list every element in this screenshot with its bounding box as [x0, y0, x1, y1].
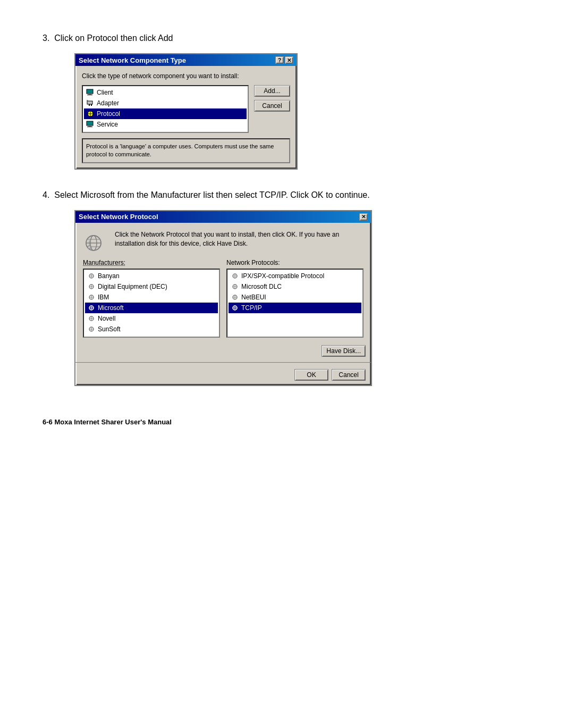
have-disk-row: Have Disk... [75, 343, 371, 359]
dec-icon [87, 282, 96, 291]
cancel-button-1[interactable]: Cancel [254, 100, 290, 112]
protocol-tcpip[interactable]: TCP/IP [229, 303, 361, 313]
netbeui-icon [231, 293, 239, 302]
svg-rect-6 [87, 100, 88, 101]
dialog1-title: Select Network Component Type [79, 56, 186, 64]
footer-text: 6-6 Moxa Internet Sharer User's Manual [43, 418, 172, 426]
msdlc-icon [231, 282, 239, 291]
manufacturer-novell[interactable]: Novell [85, 313, 218, 324]
have-disk-button[interactable]: Have Disk... [322, 345, 366, 357]
protocol-icon-area [83, 230, 108, 254]
step4: 4. Select Microsoft from the Manufacture… [43, 189, 531, 386]
two-col-lists: Manufacturers: Banyan [83, 259, 364, 338]
banyan-icon [87, 272, 96, 280]
protocols-list[interactable]: IPX/SPX-compatible Protocol Microsoft DL… [226, 269, 364, 338]
protocol-label: Protocol [97, 110, 120, 118]
network-icon [83, 232, 104, 254]
dialog1-title-bar: Select Network Component Type ? ✕ [75, 54, 297, 66]
protocol-icon [86, 110, 95, 118]
client-label: Client [97, 89, 113, 96]
adapter-label: Adapter [97, 99, 119, 107]
protocol-header: Click the Network Protocol that you want… [83, 230, 364, 254]
ibm-icon [87, 293, 96, 302]
dialog2-title-buttons: ✕ [359, 213, 368, 221]
dialog1-buttons: Add... Cancel [254, 85, 290, 133]
dialog-select-network-protocol: Select Network Protocol ✕ [74, 210, 372, 386]
list-item-client[interactable]: Client [84, 87, 247, 98]
list-item-service[interactable]: Service [84, 119, 247, 130]
svg-rect-4 [89, 104, 90, 106]
ok-button[interactable]: OK [294, 369, 328, 381]
svg-rect-2 [87, 95, 92, 95]
tcpip-icon [231, 304, 239, 312]
separator [75, 362, 371, 363]
svg-rect-0 [87, 89, 93, 94]
dialog2-close-button[interactable]: ✕ [359, 213, 368, 221]
step3: 3. Click on Protocol then click Add Sele… [43, 32, 531, 170]
dialog1-instruction: Click the type of network component you … [82, 72, 290, 80]
dialog1-description: Protocol is a 'language' a computer uses… [82, 138, 290, 163]
step3-text: 3. Click on Protocol then click Add [43, 32, 531, 45]
dialog1-body: Click the type of network component you … [75, 66, 297, 169]
service-label: Service [97, 121, 118, 128]
svg-rect-5 [91, 104, 92, 106]
manufacturer-banyan[interactable]: Banyan [85, 271, 218, 281]
dialog2-title: Select Network Protocol [79, 213, 158, 221]
manufacturer-ibm[interactable]: IBM [85, 292, 218, 303]
dialog1-content: Client Adapter [82, 85, 290, 133]
list-item-adapter[interactable]: Adapter [84, 98, 247, 108]
microsoft-icon [87, 304, 96, 312]
svg-rect-3 [87, 101, 92, 104]
dialog1-list[interactable]: Client Adapter [82, 85, 249, 133]
add-button[interactable]: Add... [254, 85, 290, 97]
protocol-ipxspx[interactable]: IPX/SPX-compatible Protocol [229, 271, 361, 281]
service-icon [86, 120, 95, 129]
svg-rect-12 [87, 127, 92, 127]
protocols-col: Network Protocols: IPX/SPX-compatible Pr… [226, 259, 364, 338]
dialog2-title-bar: Select Network Protocol ✕ [75, 211, 371, 223]
ipxspx-icon [231, 272, 239, 280]
dialog1-close-button[interactable]: ✕ [285, 56, 293, 64]
manufacturers-col: Manufacturers: Banyan [83, 259, 220, 338]
dialog2-body: Click the Network Protocol that you want… [75, 223, 371, 343]
protocol-netbeui[interactable]: NetBEUI [229, 292, 361, 303]
dialog2-description: Click the Network Protocol that you want… [115, 230, 364, 254]
manufacturer-microsoft[interactable]: Microsoft [85, 303, 218, 313]
client-icon [86, 88, 95, 97]
dialog2-footer: OK Cancel [75, 366, 371, 385]
manufacturer-dec[interactable]: Digital Equipment (DEC) [85, 281, 218, 292]
dialog-select-network-component: Select Network Component Type ? ✕ Click … [74, 53, 298, 170]
list-item-protocol[interactable]: Protocol [84, 108, 247, 119]
novell-icon [87, 314, 96, 323]
svg-point-18 [88, 246, 91, 249]
adapter-icon [86, 99, 95, 107]
protocol-msdlc[interactable]: Microsoft DLC [229, 281, 361, 292]
svg-rect-10 [87, 121, 93, 125]
svg-rect-11 [88, 125, 91, 127]
footer: 6-6 Moxa Internet Sharer User's Manual [43, 418, 531, 426]
sunsoft-icon [87, 325, 96, 333]
manufacturer-sunsoft[interactable]: SunSoft [85, 324, 218, 334]
dialog1-title-buttons: ? ✕ [275, 56, 293, 64]
dialog1-help-button[interactable]: ? [275, 56, 284, 64]
manufacturers-list[interactable]: Banyan Digital Equipment (DEC) [83, 269, 220, 338]
protocols-label: Network Protocols: [226, 259, 364, 266]
step4-text: 4. Select Microsoft from the Manufacture… [43, 189, 531, 202]
manufacturers-label: Manufacturers: [83, 259, 220, 266]
svg-rect-1 [88, 94, 91, 95]
cancel-button-2[interactable]: Cancel [332, 369, 366, 381]
